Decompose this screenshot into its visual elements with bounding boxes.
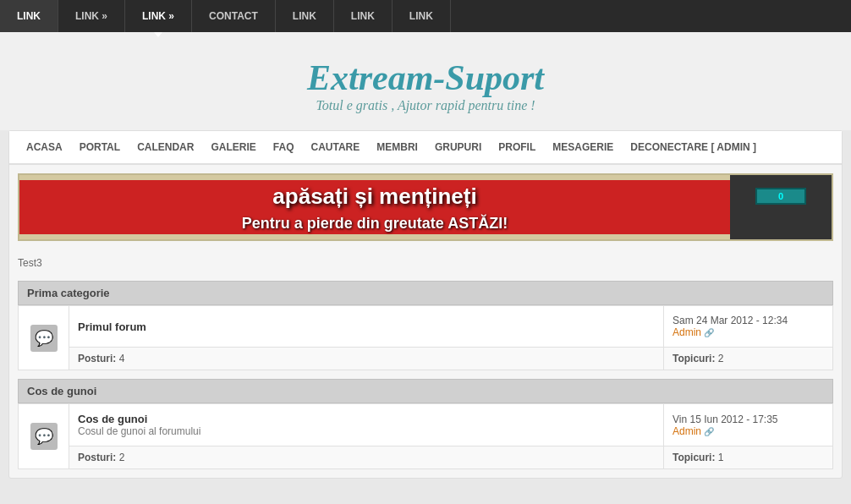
top-nav-item-6[interactable]: LINK <box>393 0 451 32</box>
sec-nav-item-faq[interactable]: FAQ <box>265 131 303 163</box>
forum-icon: 💬 <box>30 423 58 450</box>
topicuri-label: Topicuri: <box>673 353 715 364</box>
top-nav-item-2[interactable]: LINK » <box>125 0 192 32</box>
main-container: ACASAPORTALCALENDARGALERIEFAQCAUTAREMEMB… <box>8 130 843 479</box>
forum-last-post-user[interactable]: Admin 🔗 <box>673 425 824 437</box>
forum-table: 💬Primul forumSam 24 Mar 2012 - 12:34Admi… <box>18 305 833 370</box>
banner-text-sub: Pentru a pierde din greutate ASTĂZI! <box>19 213 730 234</box>
sec-nav-item-membri[interactable]: MEMBRI <box>368 131 426 163</box>
sec-nav-item-deconectare---admin--[interactable]: DECONECTARE [ ADMIN ] <box>622 131 765 163</box>
forum-topics-cell: Topicuri: 2 <box>664 348 833 370</box>
forum-row: 💬Cos de gunoiCosul de gunoi al forumului… <box>19 404 833 446</box>
forum-icon: 💬 <box>30 325 58 352</box>
sec-nav-item-profil[interactable]: PROFIL <box>490 131 544 163</box>
sec-nav-item-acasa[interactable]: ACASA <box>18 131 71 163</box>
category-header-1: Cos de gunoi <box>18 379 833 403</box>
top-navigation: LINKLINK »LINK »CONTACTLINKLINKLINK <box>0 0 851 32</box>
categories-container: Prima categorie💬Primul forumSam 24 Mar 2… <box>18 281 833 469</box>
forum-stats-row: Posturi: 2Topicuri: 1 <box>19 446 833 469</box>
forum-description: Cosul de gunoi al forumului <box>78 425 655 437</box>
top-nav-item-3[interactable]: CONTACT <box>192 0 276 32</box>
sec-nav-item-cautare[interactable]: CAUTARE <box>302 131 368 163</box>
logo-area: Extream-Suport Totul e gratis , Ajutor r… <box>0 32 851 130</box>
test-label: Test3 <box>18 254 833 272</box>
forum-table: 💬Cos de gunoiCosul de gunoi al forumului… <box>18 403 833 469</box>
sec-nav-item-mesagerie[interactable]: MESAGERIE <box>544 131 622 163</box>
forum-name[interactable]: Primul forum <box>78 320 655 333</box>
sec-nav-item-galerie[interactable]: GALERIE <box>202 131 264 163</box>
forum-last-post-date: Sam 24 Mar 2012 - 12:34 <box>673 315 824 326</box>
logo-subtitle: Totul e gratis , Ajutor rapid pentru tin… <box>0 98 851 113</box>
logo-title: Extream-Suport <box>0 58 851 98</box>
forum-last-post-date: Vin 15 Iun 2012 - 17:35 <box>673 414 824 425</box>
banner-scale: 0 <box>730 175 832 239</box>
banner-scale-screen: 0 <box>755 188 806 205</box>
forum-meta-cell: Vin 15 Iun 2012 - 17:35Admin 🔗 <box>664 404 833 446</box>
top-nav-item-0[interactable]: LINK <box>0 0 58 32</box>
posturi-label: Posturi: <box>78 452 116 463</box>
banner-inner: apăsați și mențineți Pentru a pierde din… <box>19 180 730 234</box>
banner-text-main: apăsați și mențineți <box>19 180 730 213</box>
secondary-navigation: ACASAPORTALCALENDARGALERIEFAQCAUTAREMEMB… <box>9 131 842 165</box>
forum-last-post-user[interactable]: Admin 🔗 <box>673 326 824 338</box>
top-nav-item-4[interactable]: LINK <box>276 0 334 32</box>
posturi-label: Posturi: <box>78 353 116 364</box>
category-header-0: Prima categorie <box>18 281 833 305</box>
forum-row: 💬Primul forumSam 24 Mar 2012 - 12:34Admi… <box>19 306 833 348</box>
nav-arrow-down-icon <box>154 32 162 37</box>
forum-info-cell: Primul forum <box>69 306 664 348</box>
content-area: Test3 Prima categorie💬Primul forumSam 24… <box>9 249 842 478</box>
forum-icon-cell: 💬 <box>19 306 69 370</box>
top-nav-item-1[interactable]: LINK » <box>58 0 125 32</box>
forum-stats-cell: Posturi: 2 <box>69 446 664 469</box>
sec-nav-item-portal[interactable]: PORTAL <box>71 131 129 163</box>
sec-nav-item-grupuri[interactable]: GRUPURI <box>426 131 490 163</box>
banner-area[interactable]: apăsați și mențineți Pentru a pierde din… <box>18 173 833 241</box>
forum-meta-cell: Sam 24 Mar 2012 - 12:34Admin 🔗 <box>664 306 833 348</box>
top-nav-item-5[interactable]: LINK <box>334 0 393 32</box>
forum-topics-cell: Topicuri: 1 <box>664 446 833 469</box>
topicuri-label: Topicuri: <box>673 452 715 463</box>
sec-nav-item-calendar[interactable]: CALENDAR <box>129 131 202 163</box>
forum-name[interactable]: Cos de gunoi <box>78 413 655 425</box>
forum-stats-row: Posturi: 4Topicuri: 2 <box>19 348 833 370</box>
forum-stats-cell: Posturi: 4 <box>69 348 664 370</box>
forum-icon-cell: 💬 <box>19 404 69 469</box>
forum-info-cell: Cos de gunoiCosul de gunoi al forumului <box>69 404 664 446</box>
